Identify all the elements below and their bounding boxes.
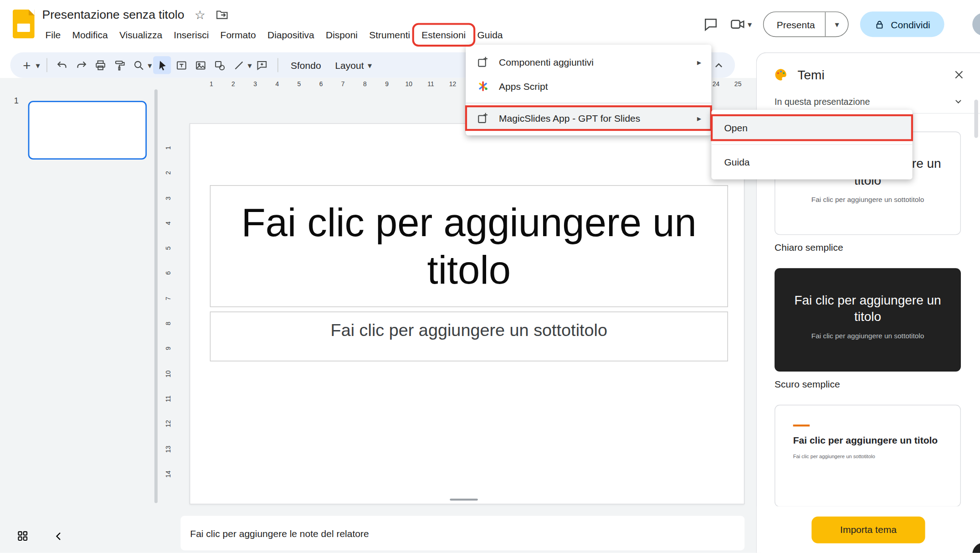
menu-diapositiva[interactable]: Diapositiva (262, 27, 320, 43)
ruler-number: 14 (156, 469, 181, 479)
ruler-number: 9 (156, 343, 181, 353)
theme-card-dark[interactable]: Fai clic per aggiungere un titolo Fai cl… (775, 268, 961, 372)
chevron-down-icon[interactable]: ▾ (148, 61, 152, 69)
select-tool-button[interactable] (153, 56, 171, 74)
close-panel-button[interactable] (953, 69, 965, 80)
redo-icon (75, 59, 87, 72)
redo-button[interactable] (72, 56, 90, 74)
insert-comment-button[interactable] (253, 56, 271, 74)
section-label: In questa presentazione (775, 96, 953, 106)
slide-thumbnail[interactable] (28, 101, 147, 160)
menu-inserisci[interactable]: Inserisci (168, 27, 215, 43)
panel-scrollbar[interactable] (974, 99, 978, 138)
collapse-toolbar-button[interactable] (709, 56, 727, 74)
chevron-down-icon[interactable]: ▾ (247, 61, 251, 69)
menu-item-magicslides[interactable]: MagicSlides App - GPT for Slides ▸ (466, 106, 711, 130)
zoom-button[interactable]: ▾ (130, 56, 152, 74)
print-icon (94, 59, 107, 72)
submenu-arrow-icon: ▸ (697, 57, 701, 67)
insert-line-button[interactable]: ▾ (230, 56, 251, 74)
submenu-item-guida[interactable]: Guida (711, 149, 912, 174)
title-placeholder-text: Fai clic per aggiungere un titolo (210, 199, 727, 294)
comments-button[interactable] (703, 16, 718, 32)
apps-script-icon (476, 80, 490, 93)
submenu-arrow-icon: ▸ (697, 114, 701, 123)
video-camera-icon (730, 16, 745, 32)
ruler-number: 5 (156, 243, 181, 253)
present-button[interactable]: Presenta (764, 12, 826, 36)
chevron-down-icon: ▾ (835, 20, 839, 28)
text-box-button[interactable] (172, 56, 190, 74)
insert-image-button[interactable] (191, 56, 209, 74)
paint-format-button[interactable] (111, 56, 128, 74)
ruler-number: 1 (200, 80, 222, 87)
menu-item-componenti-aggiuntivi[interactable]: Componenti aggiuntivi ▸ (466, 50, 711, 74)
chevron-down-icon: ▾ (368, 61, 372, 69)
menu-file[interactable]: File (40, 27, 67, 43)
slide-canvas[interactable]: Fai clic per aggiungere un titolo Fai cl… (190, 123, 744, 504)
undo-button[interactable] (53, 56, 71, 74)
share-button[interactable]: Condividi (860, 11, 944, 37)
menu-modifica[interactable]: Modifica (67, 27, 113, 43)
present-options-button[interactable]: ▾ (825, 12, 848, 36)
menu-disponi[interactable]: Disponi (320, 27, 363, 43)
document-title[interactable]: Presentazione senza titolo (42, 8, 184, 22)
google-slides-window: Presentazione senza titolo ☆ File Modifi… (0, 0, 980, 553)
chevron-down-icon[interactable]: ▾ (36, 61, 40, 69)
chevron-down-icon[interactable] (953, 96, 963, 106)
vertical-ruler: 1234567891011121314 (164, 135, 174, 486)
menu-formato[interactable]: Formato (215, 27, 262, 43)
ruler-number: 2 (222, 80, 244, 87)
ruler-number: 12 (441, 80, 463, 87)
star-icon[interactable]: ☆ (195, 9, 205, 21)
theme-title-text: Fai clic per aggiungere un titolo (793, 435, 938, 446)
logo-fold (29, 10, 35, 16)
submenu-item-open[interactable]: Open (711, 115, 912, 140)
paint-format-icon (113, 59, 126, 72)
close-icon (953, 69, 965, 80)
chevron-up-icon (713, 59, 725, 72)
menu-guida[interactable]: Guida (472, 27, 508, 43)
layout-button[interactable]: Layout ▾ (328, 56, 378, 74)
avatar[interactable] (972, 13, 980, 36)
subtitle-placeholder[interactable]: Fai clic per aggiungere un sottotitolo (210, 311, 728, 361)
grid-view-icon (16, 530, 29, 542)
menu-item-apps-script[interactable]: Apps Script (466, 74, 711, 98)
import-theme-button[interactable]: Importa tema (811, 516, 925, 543)
ruler-number: 13 (156, 444, 181, 454)
menu-item-label: Apps Script (499, 81, 548, 92)
subtitle-placeholder-text: Fai clic per aggiungere un sottotitolo (331, 320, 607, 361)
ruler-number: 9 (376, 80, 398, 87)
title-placeholder[interactable]: Fai clic per aggiungere un titolo (210, 185, 728, 307)
ruler-number: 11 (156, 394, 181, 404)
collapse-filmstrip-button[interactable] (53, 530, 64, 542)
ruler-number: 3 (244, 80, 266, 87)
menu-estensioni[interactable]: Estensioni (416, 27, 472, 43)
share-button-label: Condividi (891, 19, 930, 30)
ruler-number: 12 (156, 419, 181, 429)
ruler-number: 2 (156, 168, 181, 178)
ruler-number: 10 (398, 80, 420, 87)
insert-shape-button[interactable] (210, 56, 228, 74)
background-button[interactable]: Sfondo (284, 56, 328, 74)
line-icon (233, 59, 245, 72)
chevron-down-icon[interactable]: ▾ (748, 20, 752, 28)
speaker-notes-input[interactable]: Fai clic per aggiungere le note del rela… (180, 516, 744, 551)
menu-bar: File Modifica Visualizza Inserisci Forma… (40, 27, 508, 43)
image-icon (195, 59, 207, 72)
move-to-folder-icon[interactable] (215, 8, 228, 21)
ruler-number: 4 (156, 218, 181, 228)
notes-resize-handle[interactable] (450, 499, 478, 501)
meet-button[interactable]: ▾ (730, 16, 752, 32)
extensions-menu: Componenti aggiuntivi ▸ Apps Script (466, 45, 711, 135)
menu-strumenti[interactable]: Strumenti (364, 27, 416, 43)
new-slide-button[interactable]: + ▾ (18, 56, 40, 74)
grid-view-button[interactable] (16, 530, 29, 542)
comment-icon (703, 16, 718, 32)
slides-logo-icon[interactable] (13, 10, 35, 38)
theme-card-accent[interactable]: Fai clic per aggiungere un titolo Fai cl… (775, 405, 961, 507)
present-split-button: Presenta ▾ (763, 11, 849, 37)
menu-separator (466, 103, 711, 103)
print-button[interactable] (92, 56, 109, 74)
menu-visualizza[interactable]: Visualizza (113, 27, 168, 43)
